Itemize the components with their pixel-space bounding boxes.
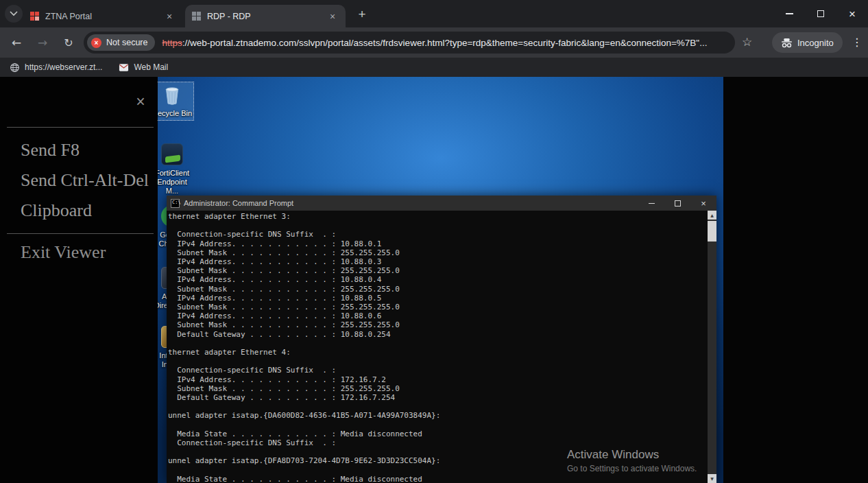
reload-button[interactable]: ↻ <box>58 32 80 54</box>
viewer-menu-panel: × Send F8 Send Ctrl-Alt-Del Clipboard Ex… <box>0 77 158 483</box>
terminal-scrollbar[interactable]: ▲ ▼ <box>708 211 716 483</box>
not-secure-icon: × <box>91 38 101 48</box>
globe-icon <box>10 62 20 73</box>
forward-icon: → <box>38 36 47 49</box>
window-maximize-button[interactable] <box>805 0 836 27</box>
incognito-badge: Incognito <box>772 32 843 53</box>
menu-item-send-ctrl-alt-del[interactable]: Send Ctrl-Alt-Del <box>21 170 149 191</box>
address-bar[interactable]: × Not secure https://web-portal.ztnademo… <box>84 32 735 54</box>
url-text: https://web-portal.ztnademo.com/sslvpn/p… <box>162 38 707 48</box>
tab-ztna-portal[interactable]: ZTNA Portal × <box>23 5 182 27</box>
bookmark-webserver[interactable]: https://webserver.zt... <box>3 59 109 75</box>
menu-divider <box>7 233 154 234</box>
url-scheme: https <box>162 38 182 48</box>
tab-title: RDP - RDP <box>207 12 326 21</box>
desktop-icon-label: FortiClientEndpoint M... <box>158 169 193 196</box>
browser-menu-button[interactable]: ⋮ <box>849 34 865 51</box>
desktop-icon-forticlient[interactable]: FortiClientEndpoint M... <box>158 141 193 198</box>
command-prompt-titlebar[interactable]: Administrator: Command Prompt × <box>167 196 716 211</box>
minimize-icon <box>649 203 655 204</box>
window-controls: × <box>773 0 868 27</box>
rdp-viewer-page: Recycle Bin FortiClientEndpoint M... Goo… <box>0 77 868 483</box>
menu-item-exit-viewer[interactable]: Exit Viewer <box>21 242 106 263</box>
grid-favicon-icon <box>30 12 39 21</box>
mail-icon <box>119 63 129 72</box>
terminal-output: thernet adapter Ethernet 3: Connection-s… <box>167 211 716 483</box>
window-minimize-button[interactable] <box>773 0 805 27</box>
new-tab-button[interactable]: + <box>354 6 370 23</box>
security-status-chip[interactable]: × Not secure <box>87 34 155 51</box>
viewer-menu-close-icon[interactable]: × <box>132 93 149 110</box>
scroll-down-icon[interactable]: ▼ <box>708 474 716 483</box>
back-button[interactable]: ← <box>5 32 27 54</box>
close-icon: × <box>701 199 706 208</box>
forticlient-icon <box>160 143 184 167</box>
terminal-area[interactable]: thernet adapter Ethernet 3: Connection-s… <box>167 211 716 483</box>
window-close-button[interactable]: × <box>836 0 868 27</box>
close-icon: × <box>849 8 856 20</box>
bookmark-label: https://webserver.zt... <box>25 62 102 72</box>
tab-search-button[interactable] <box>5 5 23 23</box>
bookmarks-bar: https://webserver.zt... Web Mail <box>0 58 868 77</box>
url-rest: ://web-portal.ztnademo.com/sslvpn/portal… <box>182 38 708 48</box>
close-tab-icon[interactable]: × <box>163 10 176 23</box>
cmd-maximize-button[interactable] <box>664 196 690 211</box>
tab-strip: ZTNA Portal × RDP - RDP × + × <box>0 0 868 27</box>
bookmark-webmail[interactable]: Web Mail <box>112 59 175 75</box>
menu-item-send-f8[interactable]: Send F8 <box>21 140 80 161</box>
grid-favicon-icon <box>192 12 201 21</box>
remote-desktop-canvas[interactable]: Recycle Bin FortiClientEndpoint M... Goo… <box>158 77 723 483</box>
command-prompt-title: Administrator: Command Prompt <box>184 199 293 207</box>
cmd-minimize-button[interactable] <box>638 196 664 211</box>
command-prompt-window-controls: × <box>638 196 716 211</box>
incognito-icon <box>781 38 793 48</box>
cmd-close-button[interactable]: × <box>690 196 716 211</box>
incognito-label: Incognito <box>797 38 834 48</box>
desktop-icon-label: Recycle Bin <box>158 109 193 118</box>
maximize-icon <box>817 10 824 17</box>
bookmark-star-button[interactable]: ☆ <box>742 35 752 49</box>
command-prompt-window[interactable]: Administrator: Command Prompt × thernet … <box>167 196 716 483</box>
forward-button[interactable]: → <box>32 32 53 54</box>
tab-title: ZTNA Portal <box>45 12 163 21</box>
bookmark-label: Web Mail <box>134 62 168 72</box>
command-prompt-icon <box>171 199 180 208</box>
close-tab-icon[interactable]: × <box>326 10 339 23</box>
menu-item-clipboard[interactable]: Clipboard <box>21 200 92 221</box>
minimize-icon <box>786 13 793 14</box>
reload-icon: ↻ <box>64 36 73 49</box>
menu-divider <box>7 127 154 128</box>
browser-toolbar: ← → ↻ × Not secure https://web-portal.zt… <box>0 27 868 58</box>
scroll-up-icon[interactable]: ▲ <box>708 211 716 220</box>
scrollbar-thumb[interactable] <box>708 221 716 242</box>
chevron-down-icon <box>10 11 18 16</box>
recycle-bin-icon <box>160 84 184 107</box>
security-status-label: Not secure <box>106 38 147 47</box>
desktop-icon-recycle-bin[interactable]: Recycle Bin <box>158 82 193 120</box>
maximize-icon <box>675 200 681 207</box>
back-icon: ← <box>12 36 21 49</box>
tab-rdp[interactable]: RDP - RDP × <box>185 5 346 27</box>
